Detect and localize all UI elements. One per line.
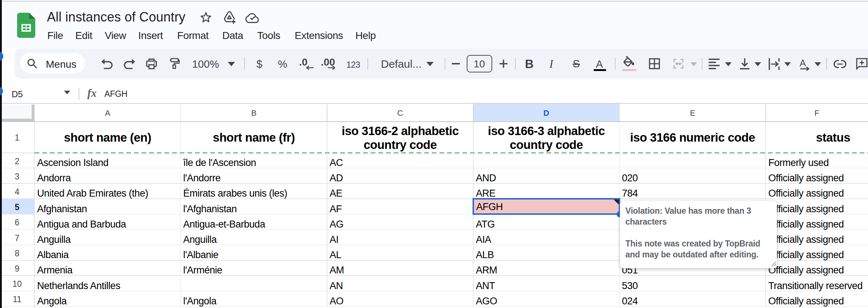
svg-text:A: A <box>800 58 806 68</box>
